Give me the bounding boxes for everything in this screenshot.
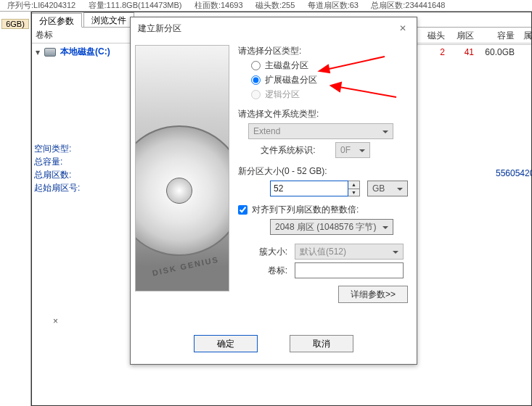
tab-partition-params[interactable]: 分区参数 [31, 13, 82, 28]
col-heads: 磁头 [416, 30, 445, 42]
disk-size-badge: 6GB) [1, 19, 29, 29]
ok-label: 确定 [217, 338, 234, 350]
radio-logical-input [251, 90, 261, 99]
fs-id-value: 0F [340, 145, 351, 155]
side-illustration: DISK GENIUS [135, 45, 229, 291]
disk-genius-label: DISK GENIUS [152, 254, 220, 277]
radio-logical-label: 逻辑分区 [265, 88, 300, 101]
volume-label: 本地磁盘(C:) [60, 46, 110, 58]
fs-type-value: Extend [253, 126, 280, 136]
volume-data-row: 2 41 60.0GB [416, 45, 532, 59]
radio-extended-input[interactable] [251, 75, 261, 85]
align-value-combo[interactable]: 2048 扇区 (1048576 字节) [270, 219, 393, 235]
dialog-titlebar: 建立新分区 ✕ [131, 17, 417, 39]
status-strip: 序列号:LI64204312 容量:111.8GB(114473MB) 柱面数:… [0, 0, 532, 12]
col-attrs: 属 [515, 30, 532, 42]
sectors-info: 总扇区数:234441648 [371, 1, 445, 9]
fs-id-label: 文件系统标识: [248, 144, 328, 157]
tab-label: 分区参数 [39, 16, 74, 26]
col-capacity: 容量 [474, 30, 515, 42]
radio-primary-input[interactable] [251, 61, 261, 70]
prop-value-right: 55605420033 [496, 168, 532, 178]
sectors-value: 41 [445, 47, 474, 57]
right-columns: 磁头 扇区 容量 属 2 41 60.0GB [416, 28, 532, 59]
cancel-label: 取消 [313, 338, 330, 350]
size-unit-combo[interactable]: GB [367, 181, 408, 196]
capacity-value: 60.0GB [474, 47, 515, 57]
chevron-up-icon[interactable]: ▲ [348, 181, 359, 189]
cluster-label: 簇大小: [248, 246, 287, 258]
heads-info: 磁头数:255 [255, 1, 295, 9]
radio-primary-label: 主磁盘分区 [265, 59, 308, 72]
section-filesystem: 请选择文件系统类型: [238, 108, 408, 120]
cylinders-info: 柱面数:14693 [195, 1, 243, 9]
align-checkbox-row[interactable]: 对齐到下列扇区数的整数倍: [238, 204, 408, 216]
collapse-handle[interactable]: × [53, 316, 58, 326]
volume-label-label: 卷标: [248, 265, 287, 277]
align-label: 对齐到下列扇区数的整数倍: [252, 204, 359, 216]
create-partition-dialog: 建立新分区 ✕ DISK GENIUS 请选择分区类型: 主磁盘分区 扩展磁盘分… [130, 17, 417, 365]
serial-number: 序列号:LI64204312 [7, 1, 75, 9]
prop-space-type: 空间类型: [34, 142, 80, 155]
radio-logical: 逻辑分区 [251, 88, 408, 101]
fs-id-combo: 0F [335, 142, 370, 158]
property-labels: 空间类型: 总容量: 总扇区数: 起始扇区号: [34, 142, 80, 194]
size-spinner[interactable]: ▲▼ [348, 181, 360, 196]
chevron-down-icon[interactable]: ▼ [348, 189, 359, 196]
radio-extended[interactable]: 扩展磁盘分区 [251, 74, 408, 86]
size-field: ▲▼ [270, 181, 360, 196]
align-checkbox[interactable] [238, 205, 247, 215]
align-value: 2048 扇区 (1048576 字节) [275, 221, 376, 233]
capacity-info: 容量:111.8GB(114473MB) [89, 1, 182, 9]
col-volume-label: 卷标 [36, 29, 53, 41]
ok-button[interactable]: 确定 [194, 335, 258, 352]
section-partition-type: 请选择分区类型: [238, 45, 408, 57]
tree-toggle[interactable]: ▾ [36, 47, 40, 57]
dialog-title: 建立新分区 [138, 22, 181, 35]
size-input[interactable] [270, 181, 348, 196]
prop-start-sector: 起始扇区号: [34, 181, 80, 194]
volume-label-input[interactable] [295, 262, 404, 278]
size-label: 新分区大小(0 - 52 GB): [238, 165, 408, 178]
spt-info: 每道扇区数:63 [308, 1, 359, 9]
tab-label: 浏览文件 [91, 15, 126, 25]
advanced-params-label: 详细参数>> [351, 289, 396, 301]
cluster-combo: 默认值(512) [295, 244, 404, 260]
close-icon[interactable]: ✕ [396, 22, 409, 35]
cancel-button[interactable]: 取消 [290, 335, 353, 352]
prop-total-capacity: 总容量: [34, 155, 80, 168]
disk-icon [44, 48, 56, 57]
cluster-value: 默认值(512) [300, 246, 346, 258]
prop-total-sectors: 总扇区数: [34, 168, 80, 181]
radio-primary[interactable]: 主磁盘分区 [251, 59, 408, 72]
heads-value: 2 [416, 47, 445, 57]
radio-extended-label: 扩展磁盘分区 [265, 74, 317, 86]
size-unit-value: GB [372, 183, 385, 194]
fs-type-combo: Extend [248, 123, 393, 139]
left-tree-stub: 6GB) [0, 12, 31, 406]
advanced-params-button[interactable]: 详细参数>> [338, 286, 408, 303]
col-sectors: 扇区 [445, 30, 474, 42]
tab-browse-files[interactable]: 浏览文件 [83, 12, 134, 27]
